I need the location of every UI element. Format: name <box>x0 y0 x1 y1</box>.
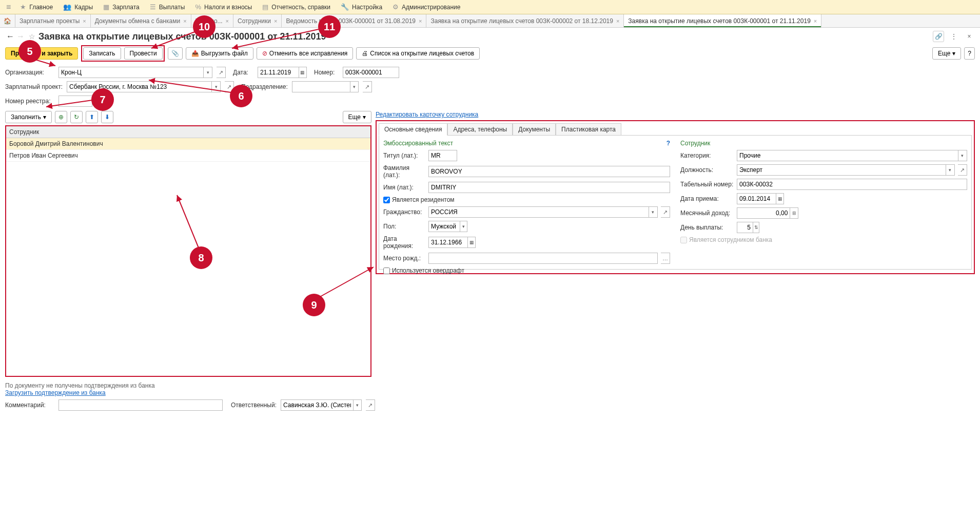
card-tab-documents[interactable]: Документы <box>513 123 556 136</box>
more-list-button[interactable]: Еще ▾ <box>343 111 371 123</box>
dropdown-icon[interactable]: ▾ <box>211 82 220 92</box>
card-tab-main[interactable]: Основные сведения <box>379 123 447 136</box>
accounts-list-button[interactable]: 🖨Список на открытие лицевых счетов <box>356 47 480 60</box>
dropdown-icon[interactable]: ▾ <box>946 165 954 175</box>
load-confirmation-link[interactable]: Загрузить подтверждение из банка <box>5 389 106 396</box>
post-and-close-button[interactable]: Провести и закрыть <box>5 47 78 60</box>
tab-3[interactable]: Сотрудники× <box>233 14 282 27</box>
number-input[interactable] <box>343 67 399 78</box>
help-button[interactable]: ? <box>964 47 975 60</box>
payday-input[interactable]: ⇅ <box>737 222 759 233</box>
card-tab-addresses[interactable]: Адреса, телефоны <box>447 123 513 136</box>
down-button[interactable]: ⬇ <box>101 111 113 123</box>
more-button[interactable]: Еще ▾ <box>932 47 961 60</box>
header-form: Организация: ▾ ↗ Дата: ▦ Номер: Зарплатн… <box>5 67 975 107</box>
close-icon[interactable]: × <box>964 31 975 42</box>
refresh-button[interactable]: ↻ <box>70 111 83 123</box>
hamburger-icon[interactable]: ≡ <box>2 3 15 12</box>
name-lat-input[interactable] <box>428 182 670 193</box>
cancel-corrections-button[interactable]: ⊘Отменить все исправления <box>257 47 354 60</box>
employee-row[interactable]: Петров Иван Сергеевич <box>6 150 370 162</box>
tab-0[interactable]: Зарплатные проекты× <box>15 14 91 27</box>
dropdown-icon[interactable]: ▾ <box>460 221 467 232</box>
post-button[interactable]: Провести <box>124 47 163 60</box>
birthplace-input[interactable] <box>428 253 658 264</box>
menu-kadry[interactable]: 👥Кадры <box>58 0 98 14</box>
sex-input[interactable]: ▾ <box>428 221 467 232</box>
open-icon[interactable]: ↗ <box>366 399 375 411</box>
close-icon[interactable]: × <box>183 18 186 24</box>
calculator-icon[interactable]: ⊞ <box>790 208 798 218</box>
dropdown-icon[interactable]: ▾ <box>958 150 967 161</box>
dropdown-icon[interactable]: ▾ <box>649 207 657 217</box>
embossed-section: Эмбоссированный текст? <box>383 140 670 147</box>
open-icon[interactable]: ↗ <box>661 206 670 218</box>
tab-1[interactable]: Документы обмена с банками× <box>91 14 191 27</box>
card-tab-plastic[interactable]: Пластиковая карта <box>556 123 621 136</box>
overdraft-checkbox[interactable]: Используется овердрафт <box>383 267 670 274</box>
spinner-icon[interactable]: ⇅ <box>753 222 759 233</box>
subdivision-input[interactable]: ▾ <box>292 81 359 92</box>
calendar-icon[interactable]: ▦ <box>467 237 475 247</box>
dropdown-icon[interactable]: ▾ <box>350 82 358 92</box>
open-icon[interactable]: ↗ <box>363 81 372 92</box>
link-icon[interactable]: 🔗 <box>933 31 944 42</box>
close-icon[interactable]: × <box>274 18 277 24</box>
open-icon[interactable]: ↗ <box>958 164 967 176</box>
menu-payments[interactable]: ☰Выплаты <box>145 0 190 14</box>
menu-main[interactable]: ★Главное <box>15 0 58 14</box>
project-input[interactable]: ▾ <box>67 81 221 92</box>
download-file-button[interactable]: 📤Выгрузить файл <box>186 47 253 60</box>
menu-reports[interactable]: ▤Отчетность, справки <box>257 0 336 14</box>
dropdown-icon[interactable]: ▾ <box>203 67 212 78</box>
favorite-icon[interactable]: ☆ <box>29 32 35 41</box>
calendar-icon[interactable]: ▦ <box>299 67 306 78</box>
organization-input[interactable]: ▾ <box>58 67 212 78</box>
tab-6[interactable]: Заявка на открытие лицевых счетов 00ЗК-0… <box>624 14 821 27</box>
calendar-icon[interactable]: ▦ <box>776 194 783 204</box>
menu-taxes[interactable]: %Налоги и взносы <box>190 0 257 14</box>
ellipsis-icon[interactable]: … <box>661 253 670 264</box>
forward-arrow-icon[interactable]: → <box>15 32 26 41</box>
close-icon[interactable]: × <box>83 18 86 24</box>
close-icon[interactable]: × <box>616 18 619 24</box>
help-icon[interactable]: ? <box>667 140 670 147</box>
close-icon[interactable]: × <box>226 18 229 24</box>
add-button[interactable]: ⊕ <box>55 111 67 123</box>
document-toolbar: Провести и закрыть Записать Провести 📎 📤… <box>5 45 975 62</box>
hire-input[interactable]: ▦ <box>737 193 784 204</box>
title-lat-input[interactable] <box>428 150 457 161</box>
comment-input[interactable] <box>58 399 223 411</box>
back-arrow-icon[interactable]: ← <box>5 32 15 41</box>
tab-5[interactable]: Заявка на открытие лицевых счетов 00ЗК-0… <box>426 14 624 27</box>
close-icon[interactable]: × <box>419 18 422 24</box>
income-input[interactable]: ⊞ <box>737 207 798 219</box>
open-icon[interactable]: ↗ <box>225 81 234 92</box>
resident-checkbox[interactable]: Является резидентом <box>383 196 670 203</box>
menu-salary[interactable]: ▦Зарплата <box>98 0 145 14</box>
position-input[interactable]: ▾ <box>737 164 955 176</box>
write-button[interactable]: Записать <box>83 47 121 60</box>
tab-2[interactable]: Ведомо...× <box>191 14 233 27</box>
registry-input[interactable] <box>58 96 92 107</box>
up-button[interactable]: ⬆ <box>86 111 98 123</box>
close-icon[interactable]: × <box>814 18 817 24</box>
menu-settings[interactable]: 🔧Настройка <box>336 0 387 14</box>
more-icon[interactable]: ⋮ <box>948 31 959 42</box>
surname-lat-input[interactable] <box>428 166 670 177</box>
tab-4[interactable]: Ведомость в банк 00ЗК-000001 от 31.08.20… <box>282 14 426 27</box>
open-icon[interactable]: ↗ <box>217 67 226 78</box>
citizenship-input[interactable]: ▾ <box>428 206 658 218</box>
dob-input[interactable]: ▦ <box>428 237 476 248</box>
attachment-button[interactable]: 📎 <box>168 47 183 60</box>
category-input[interactable]: ▾ <box>737 150 967 161</box>
edit-employee-link[interactable]: Редактировать карточку сотрудника <box>376 111 478 118</box>
menu-admin[interactable]: ⚙Администрирование <box>387 0 465 14</box>
fill-button[interactable]: Заполнить ▾ <box>5 111 52 123</box>
tabnum-input[interactable] <box>737 179 967 190</box>
dropdown-icon[interactable]: ▾ <box>353 400 361 410</box>
home-tab[interactable]: 🏠 <box>0 14 15 27</box>
date-input[interactable]: ▦ <box>258 67 307 78</box>
responsible-input[interactable]: ▾ <box>281 399 362 411</box>
employee-row[interactable]: Боровой Дмитрий Валентинович <box>6 138 370 150</box>
